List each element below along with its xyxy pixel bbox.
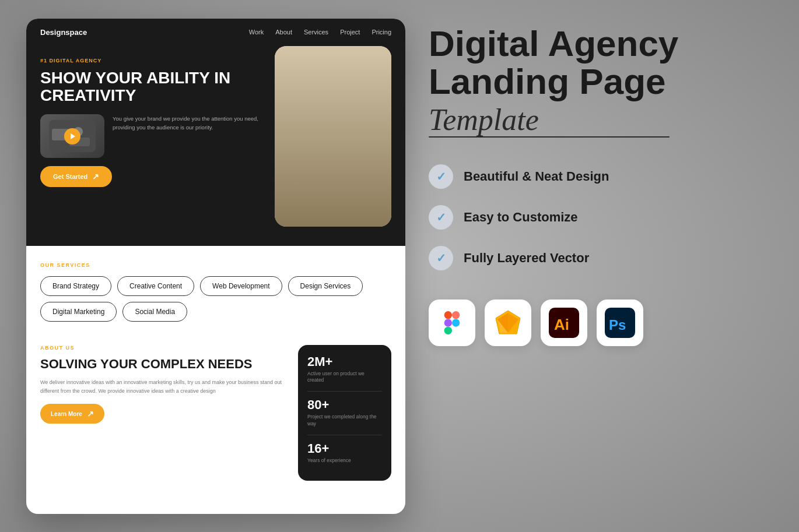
stat-item-2: 16+ Years of experience: [307, 441, 382, 464]
feature-text-1: Easy to Customize: [464, 210, 578, 225]
play-button[interactable]: [64, 128, 80, 145]
features-list: Beautiful & Neat Design Easy to Customiz…: [429, 164, 773, 270]
hero-description: You give your brand we provide you the a…: [113, 114, 263, 132]
hero-persons-illustration: [275, 46, 391, 227]
svg-point-5: [307, 165, 359, 195]
feature-item-0: Beautiful & Neat Design: [429, 164, 773, 189]
script-title: Template: [429, 105, 773, 135]
stat-divider-1: [307, 435, 382, 435]
feature-text-0: Beautiful & Neat Design: [464, 169, 609, 184]
stat-number-0: 2M+: [307, 354, 382, 369]
svg-rect-9: [333, 154, 365, 215]
title-line1: Digital Agency: [429, 23, 678, 64]
check-badge-0: [429, 164, 453, 189]
hero-title: SHOW YOUR ABILITY IN CREATIVITY: [40, 69, 263, 105]
svg-point-11: [321, 129, 345, 136]
hero-image: [275, 46, 391, 227]
sketch-tool-icon: [485, 300, 531, 346]
svg-rect-6: [313, 151, 353, 192]
svg-line-12: [365, 151, 377, 163]
svg-point-7: [320, 129, 346, 155]
stat-number-1: 80+: [307, 397, 382, 413]
about-description: We deliver innovative ideas with an inno…: [40, 378, 286, 396]
main-title: Digital Agency Landing Page: [429, 24, 773, 100]
nav-logo: Designspace: [40, 28, 232, 37]
hero-video-row: You give your brand we provide you the a…: [40, 114, 263, 158]
nav-services[interactable]: Services: [304, 29, 328, 36]
video-thumbnail[interactable]: [40, 114, 104, 158]
check-badge-1: [429, 205, 453, 230]
get-started-label: Get Started: [53, 173, 87, 180]
hero-tag: #1 Digital Agency: [40, 58, 263, 64]
figma-tool-icon: [429, 300, 475, 346]
svg-rect-4: [275, 46, 391, 227]
about-left: ABOUT US SOLVING YOUR COMPLEX NEEDS We d…: [40, 345, 286, 481]
learn-more-label: Learn More: [51, 411, 82, 417]
hero-content: #1 Digital Agency SHOW YOUR ABILITY IN C…: [26, 46, 405, 238]
stat-label-2: Years of experience: [307, 457, 382, 464]
figma-svg: [440, 311, 464, 334]
hero-left: #1 Digital Agency SHOW YOUR ABILITY IN C…: [40, 52, 263, 227]
ps-svg: Ps: [605, 308, 635, 338]
stat-label-0: Active user on product we created: [307, 371, 382, 385]
photoshop-tool-icon: Ps: [597, 300, 643, 346]
services-grid: Brand Strategy Creative Content Web Deve…: [40, 276, 391, 322]
stat-number-2: 16+: [307, 441, 382, 456]
about-section: ABOUT US SOLVING YOUR COMPLEX NEEDS We d…: [26, 333, 405, 492]
stat-label-1: Project we completed along the way: [307, 414, 382, 428]
ai-svg: Ai: [549, 308, 579, 338]
title-line2: Landing Page: [429, 61, 665, 101]
service-digital-marketing[interactable]: Digital Marketing: [40, 302, 117, 322]
stat-item-1: 80+ Project we completed along the way: [307, 397, 382, 428]
sketch-svg: [493, 309, 523, 336]
feature-item-1: Easy to Customize: [429, 205, 773, 230]
service-brand-strategy[interactable]: Brand Strategy: [40, 276, 111, 296]
svg-text:Ai: Ai: [554, 316, 569, 333]
feature-text-2: Fully Layered Vector: [464, 251, 589, 266]
service-social-media[interactable]: Social Media: [122, 302, 187, 322]
hero-section: Designspace Work About Services Project …: [26, 19, 405, 246]
mockup-wrapper: Designspace Work About Services Project …: [26, 19, 405, 514]
learn-more-arrow-icon: ↗: [87, 409, 94, 418]
nav-work[interactable]: Work: [249, 29, 264, 36]
arrow-icon: ↗: [92, 172, 99, 181]
check-badge-2: [429, 246, 453, 270]
nav-pricing[interactable]: Pricing: [372, 29, 391, 36]
nav-links: Work About Services Project Pricing: [249, 29, 391, 36]
services-label: OUR SERVICES: [40, 262, 391, 268]
navbar: Designspace Work About Services Project …: [26, 19, 405, 46]
svg-rect-13: [444, 311, 452, 319]
service-design-services[interactable]: Design Services: [288, 276, 363, 296]
illustrator-tool-icon: Ai: [541, 300, 587, 346]
services-section: OUR SERVICES Brand Strategy Creative Con…: [26, 246, 405, 333]
svg-point-10: [338, 135, 359, 156]
feature-item-2: Fully Layered Vector: [429, 246, 773, 270]
info-panel: Digital Agency Landing Page Template Bea…: [429, 19, 773, 346]
about-title: SOLVING YOUR COMPLEX NEEDS: [40, 357, 286, 371]
svg-rect-15: [444, 319, 452, 326]
tools-row: Ai Ps: [429, 300, 773, 346]
svg-rect-16: [444, 326, 452, 334]
about-label: ABOUT US: [40, 345, 286, 351]
svg-text:Ps: Ps: [609, 317, 626, 333]
svg-point-8: [330, 206, 371, 224]
nav-about[interactable]: About: [275, 29, 292, 36]
nav-project[interactable]: Project: [340, 29, 360, 36]
svg-rect-14: [452, 311, 460, 319]
stat-divider-0: [307, 391, 382, 392]
learn-more-button[interactable]: Learn More ↗: [40, 404, 104, 424]
stat-item-0: 2M+ Active user on product we created: [307, 354, 382, 385]
svg-point-17: [452, 319, 460, 326]
service-web-development[interactable]: Web Development: [200, 276, 282, 296]
main-container: Designspace Work About Services Project …: [26, 19, 773, 514]
service-creative-content[interactable]: Creative Content: [117, 276, 194, 296]
stats-card: 2M+ Active user on product we created 80…: [298, 345, 391, 481]
get-started-button[interactable]: Get Started ↗: [40, 166, 112, 187]
